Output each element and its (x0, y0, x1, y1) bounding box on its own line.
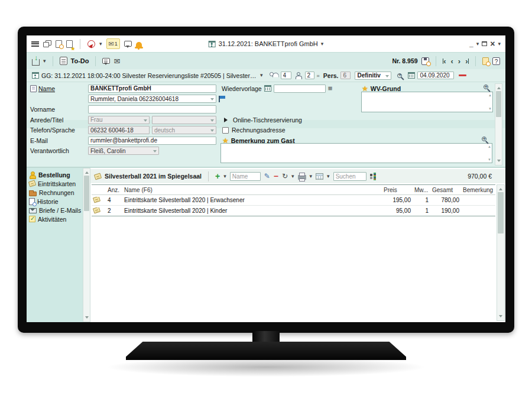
search-input[interactable] (333, 172, 366, 181)
header-gesamt[interactable]: Gesamt (430, 187, 461, 193)
sidebar-item-aktivitaeten[interactable]: Aktivitäten (29, 215, 83, 223)
save-clock-icon[interactable] (421, 57, 429, 65)
remove-date-icon[interactable] (459, 74, 466, 77)
nav-first-button[interactable]: ‹ (443, 57, 446, 65)
edit-icon[interactable]: ✎ (264, 172, 270, 180)
scrollbar-thumb[interactable] (498, 192, 504, 233)
guests-total-field[interactable] (281, 72, 291, 79)
table-view-dropdown-icon[interactable]: ▾ (327, 174, 330, 179)
anrede-select[interactable]: Frau (88, 116, 150, 124)
magnifier-plus-icon[interactable] (397, 73, 402, 78)
help-icon[interactable]: ? (492, 57, 500, 65)
table-row[interactable]: 2 Eintrittskarte Silvesterball 2020 | Ki… (92, 206, 495, 216)
header-preis[interactable]: Preis (382, 187, 413, 193)
window-title-group[interactable]: 31.12.2021: BANKETTprofi GmbH ▾ (209, 40, 324, 47)
history-document-icon[interactable] (482, 57, 489, 65)
titel-select[interactable] (152, 116, 216, 124)
compass-icon[interactable] (87, 40, 95, 48)
nav-next-button[interactable]: › (458, 57, 460, 65)
windows-cascade-icon[interactable] (43, 40, 51, 47)
sidebar-item-eintrittskarten[interactable]: Eintrittskarten (29, 179, 83, 188)
scrollbar-thumb[interactable] (496, 91, 501, 117)
bell-icon[interactable] (136, 42, 142, 47)
columns-icon[interactable] (370, 173, 377, 180)
nav-last-button[interactable]: › (465, 57, 469, 65)
mail-badge[interactable]: ✉ 1 (106, 38, 120, 49)
nav-prev-button[interactable]: ‹ (450, 57, 453, 65)
mail-count: 1 (115, 41, 118, 47)
online-reservation-toggle[interactable]: Online-Tischreservierung (224, 116, 302, 124)
chat-lines-icon[interactable] (102, 58, 110, 64)
wiedervorlage-menu-icon[interactable]: ≡ (328, 85, 333, 92)
scroll-up-icon[interactable] (83, 168, 90, 175)
chat-icon[interactable] (124, 41, 132, 47)
refresh-dropdown-icon[interactable]: ▾ (291, 174, 294, 179)
todo-list-icon[interactable] (60, 57, 67, 65)
sidebar-item-briefe[interactable]: Briefe / E-Mails (29, 206, 83, 215)
bemerkung-textarea[interactable]: ▲▼ (220, 143, 492, 163)
table-row[interactable]: 4 Eintrittskarte Silvesterball 2020 | Er… (92, 195, 495, 206)
delete-row-button[interactable]: − (274, 171, 278, 181)
calendar-icon[interactable] (408, 72, 415, 79)
header-mwst[interactable]: Mw... (413, 187, 430, 193)
sidebar-item-bestellung[interactable]: Bestellung (29, 170, 83, 179)
add-dropdown-icon[interactable]: ▾ (223, 174, 226, 179)
bemerkung-zoom-icon[interactable] (482, 137, 486, 141)
verantwortlich-select[interactable]: Fleiß, Carolin (88, 147, 159, 155)
item-name-input[interactable] (230, 172, 261, 181)
pers-field[interactable] (340, 72, 351, 79)
minimize-dropdown-icon[interactable]: ▾ (476, 41, 479, 47)
scroll-down-icon[interactable] (83, 315, 90, 322)
event-dropdown-icon[interactable]: ▾ (260, 73, 263, 78)
wiedervorlage-calendar-icon[interactable] (264, 85, 271, 92)
restore-button[interactable] (482, 41, 487, 46)
table-scrollbar[interactable] (497, 184, 505, 321)
close-dropdown-icon[interactable]: ▾ (498, 41, 501, 47)
scroll-up-icon[interactable] (497, 185, 504, 192)
print-icon[interactable] (298, 175, 306, 180)
scroll-down-icon[interactable] (497, 314, 504, 320)
header-name[interactable]: Name (F6) (122, 187, 382, 193)
title-dropdown-icon[interactable]: ▾ (321, 41, 324, 47)
minimize-button[interactable]: _ (469, 40, 473, 47)
refresh-icon[interactable]: ↻ (282, 172, 288, 180)
document-star-icon[interactable] (66, 40, 73, 48)
header-bemerkung[interactable]: Bemerkung (461, 187, 495, 193)
sidebar-item-historie[interactable]: Historie (29, 197, 83, 206)
telefon-field[interactable] (88, 126, 150, 134)
email-field[interactable] (88, 137, 216, 145)
import-icon[interactable] (32, 59, 40, 66)
scrollbar-thumb[interactable] (84, 176, 89, 211)
document-clock-icon[interactable] (56, 40, 62, 48)
compass-dropdown-icon[interactable]: ▾ (99, 41, 102, 47)
scroll-up-icon[interactable] (495, 84, 502, 90)
table-view-icon[interactable] (316, 173, 323, 180)
flag-icon[interactable] (219, 96, 220, 102)
form-scrollbar[interactable] (495, 83, 502, 166)
contact-select[interactable]: Rummler, Daniela 062326004618 (88, 95, 216, 103)
wv-grund-textarea[interactable]: ▲▼ (361, 92, 493, 112)
import-dropdown-icon[interactable]: ▾ (43, 59, 46, 64)
scroll-down-icon[interactable] (495, 158, 502, 165)
event-title[interactable]: GG: 31.12.2021 18:00-24:00 Silvester Res… (41, 72, 258, 79)
add-row-button[interactable]: + (215, 171, 220, 181)
name-label[interactable]: Name (38, 85, 55, 92)
envelope-icon[interactable]: ✉ (113, 57, 120, 65)
print-dropdown-icon[interactable]: ▾ (310, 174, 313, 179)
note-icon[interactable] (30, 85, 37, 92)
vorname-field[interactable] (88, 105, 216, 113)
sidebar-scrollbar[interactable] (83, 168, 90, 322)
sidebar-item-rechnungen[interactable]: Rechnungen (29, 188, 83, 197)
guests-online-field[interactable] (305, 72, 314, 79)
menu-icon[interactable] (31, 41, 39, 47)
close-button[interactable]: × (490, 40, 495, 48)
wiedervorlage-field[interactable] (274, 85, 326, 93)
header-anz[interactable]: Anz. (106, 187, 122, 193)
todo-button[interactable]: To-Do (71, 57, 89, 64)
status-select[interactable]: Definitiv (355, 72, 391, 80)
sprache-select[interactable]: deutsch (152, 126, 216, 134)
name-field[interactable] (88, 85, 216, 93)
wv-grund-zoom-icon[interactable] (484, 85, 488, 89)
rechnungsadresse-checkbox[interactable] (222, 127, 229, 134)
date-field[interactable] (417, 72, 454, 79)
